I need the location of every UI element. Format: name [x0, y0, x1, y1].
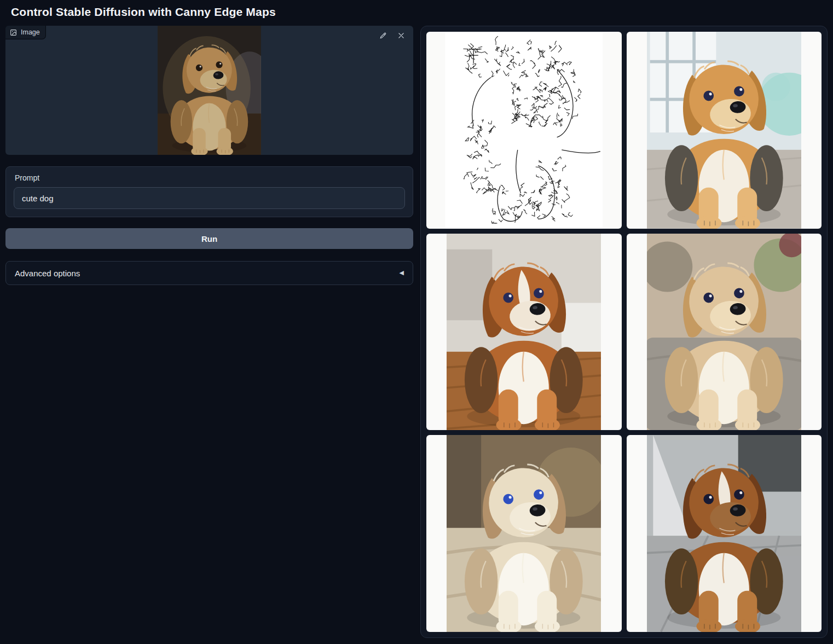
generated-photo [647, 234, 801, 431]
output-column [420, 26, 828, 638]
edit-image-button[interactable] [378, 31, 388, 40]
image-actions [378, 31, 406, 40]
image-label: Image [21, 28, 40, 36]
gallery-item-generated-4[interactable] [426, 435, 622, 632]
gallery-item-generated-2[interactable] [426, 234, 622, 431]
page-title: Control Stable Diffusion with Canny Edge… [11, 5, 828, 19]
accordion-collapse-icon: ◀ [400, 269, 404, 276]
gallery-item-generated-5[interactable] [627, 435, 822, 632]
generated-photo [447, 234, 601, 431]
main-columns: Image [5, 26, 828, 638]
prompt-label: Prompt [15, 173, 404, 182]
generated-photo [647, 32, 801, 229]
close-icon [397, 32, 405, 39]
generated-photo [647, 435, 801, 632]
gallery-item-canny-edge-map[interactable] [426, 32, 622, 229]
run-button[interactable]: Run [5, 228, 413, 249]
output-gallery [420, 26, 828, 638]
input-image-panel: Image [5, 26, 413, 155]
pencil-icon [379, 32, 387, 39]
controls-column: Image [5, 26, 413, 285]
image-icon [10, 29, 17, 36]
input-image-preview [5, 26, 413, 155]
uploaded-image [158, 26, 261, 155]
canny-edge-image [426, 32, 622, 229]
prompt-input[interactable] [14, 187, 405, 209]
gallery-item-generated-1[interactable] [627, 32, 822, 229]
clear-image-button[interactable] [396, 31, 406, 40]
advanced-options-accordion[interactable]: Advanced options ◀ [5, 261, 413, 285]
image-label-chip: Image [5, 26, 46, 39]
prompt-panel: Prompt [5, 166, 413, 217]
app-root: Control Stable Diffusion with Canny Edge… [0, 0, 833, 641]
generated-photo [447, 435, 601, 632]
gallery-item-generated-3[interactable] [627, 234, 822, 431]
advanced-options-label: Advanced options [15, 269, 80, 278]
